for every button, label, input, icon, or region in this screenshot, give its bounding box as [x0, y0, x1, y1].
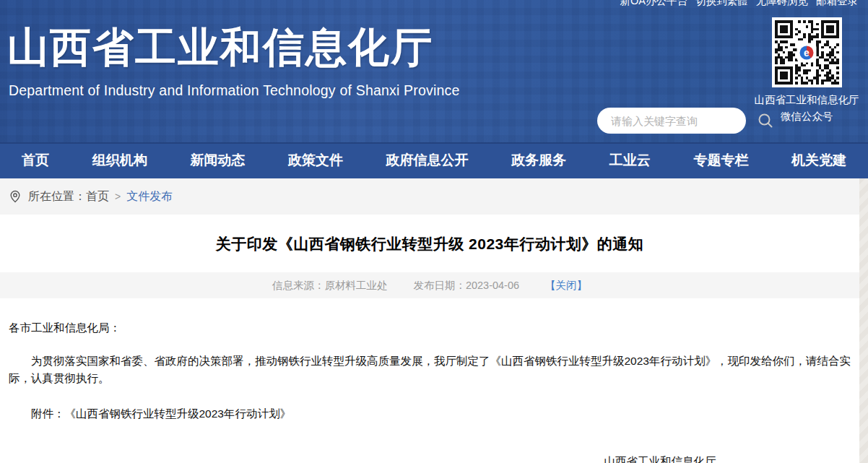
- signature-block: 山西省工业和信息化厅 2023年2月22日: [544, 454, 776, 463]
- nav-item-home[interactable]: 首页: [22, 142, 49, 178]
- page: 新OA办公平台 切换到繁體 无障碍浏览 邮箱登录 山西省工业和信息化厅 Depa…: [0, 0, 868, 463]
- breadcrumb: 所在位置： 首页 > 文件发布: [0, 178, 859, 215]
- location-pin-icon: [9, 190, 22, 203]
- search-input[interactable]: [597, 115, 758, 127]
- salutation: 各市工业和信息化局：: [9, 321, 851, 336]
- nav-item-policy-documents[interactable]: 政策文件: [288, 142, 343, 178]
- qr-caption-line2: 微信公众号: [749, 111, 864, 123]
- site-title: 山西省工业和信息化厅: [7, 20, 433, 76]
- nav-item-party-building[interactable]: 机关党建: [791, 142, 846, 178]
- meta-publish-date: 发布日期：2023-04-06: [413, 279, 519, 293]
- wechat-qr-block: e 山西省工业和信息化厅 微信公众号: [749, 17, 864, 123]
- top-link-oa-platform[interactable]: 新OA办公平台: [620, 0, 687, 8]
- site-subtitle-en: Department of Industry and Information T…: [9, 82, 460, 99]
- breadcrumb-separator: >: [115, 191, 121, 202]
- signature-org: 山西省工业和信息化厅: [544, 454, 776, 463]
- breadcrumb-label: 所在位置：: [28, 189, 86, 204]
- nav-item-industrial-cloud[interactable]: 工业云: [609, 142, 651, 178]
- wechat-qr-code: e: [772, 17, 842, 87]
- top-link-accessibility[interactable]: 无障碍浏览: [756, 0, 809, 8]
- article-body: 各市工业和信息化局： 为贯彻落实国家和省委、省政府的决策部署，推动钢铁行业转型升…: [0, 321, 859, 463]
- article-title: 关于印发《山西省钢铁行业转型升级 2023年行动计划》的通知: [0, 234, 859, 254]
- top-utility-links: 新OA办公平台 切换到繁體 无障碍浏览 邮箱登录: [620, 0, 858, 8]
- nav-item-news[interactable]: 新闻动态: [190, 142, 245, 178]
- qr-center-logo-icon: e: [797, 43, 817, 62]
- attachment-line: 附件：《山西省钢铁行业转型升级2023年行动计划》: [9, 407, 851, 422]
- search-box: [597, 108, 746, 134]
- nav-item-organization[interactable]: 组织机构: [92, 142, 147, 178]
- top-link-mail-login[interactable]: 邮箱登录: [816, 0, 858, 8]
- breadcrumb-home-link[interactable]: 首页: [86, 189, 109, 204]
- nav-item-special-topics[interactable]: 专题专栏: [693, 142, 748, 178]
- nav-item-gov-services[interactable]: 政务服务: [511, 142, 566, 178]
- site-header: 新OA办公平台 切换到繁體 无障碍浏览 邮箱登录 山西省工业和信息化厅 Depa…: [0, 0, 868, 142]
- article-meta-bar: 信息来源：原材料工业处 发布日期：2023-04-06 【关闭】: [0, 272, 859, 298]
- nav-item-gov-info-disclosure[interactable]: 政府信息公开: [386, 142, 469, 178]
- qr-caption-line1: 山西省工业和信息化厅: [749, 94, 864, 106]
- close-link[interactable]: 【关闭】: [545, 279, 587, 293]
- content-area: 所在位置： 首页 > 文件发布 关于印发《山西省钢铁行业转型升级 2023年行动…: [0, 178, 859, 463]
- top-link-traditional-chinese[interactable]: 切换到繁體: [695, 0, 748, 8]
- breadcrumb-current-link[interactable]: 文件发布: [126, 189, 173, 204]
- meta-source: 信息来源：原材料工业处: [272, 279, 388, 293]
- article-paragraph: 为贯彻落实国家和省委、省政府的决策部署，推动钢铁行业转型升级高质量发展，我厅制定…: [9, 352, 851, 387]
- main-nav: 首页 组织机构 新闻动态 政策文件 政府信息公开 政务服务 工业云 专题专栏 机…: [0, 142, 868, 178]
